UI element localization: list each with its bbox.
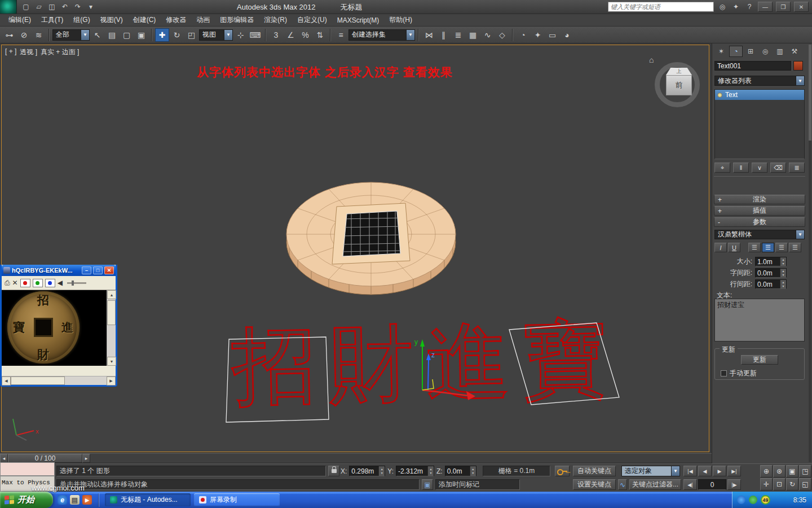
print-icon[interactable]: ⎙ xyxy=(5,279,10,287)
spinner-arrows-icon[interactable]: ▴▾ xyxy=(780,280,786,288)
size-field[interactable]: 1.0m ▴▾ xyxy=(755,257,787,266)
player-restore-button[interactable]: □ xyxy=(93,266,103,274)
menu-modifiers[interactable]: 修改器 xyxy=(161,14,191,27)
restore-button[interactable]: ❐ xyxy=(776,2,791,12)
configure-modifier-sets-icon[interactable]: ≣ xyxy=(789,163,805,173)
internet-explorer-icon[interactable]: e xyxy=(58,495,67,505)
menu-animation[interactable]: 动画 xyxy=(191,14,215,27)
chevron-down-icon[interactable]: ▼ xyxy=(796,76,804,85)
add-time-tag-field[interactable]: 添加时间标记 xyxy=(435,479,520,490)
schematic-view-icon[interactable]: ◇ xyxy=(495,28,509,42)
menu-help[interactable]: 帮助(H) xyxy=(384,14,417,27)
chevron-down-icon[interactable]: ▼ xyxy=(81,30,89,40)
select-and-rotate-icon[interactable]: ↻ xyxy=(170,28,184,42)
key-filters-icon[interactable]: ∿ xyxy=(618,479,627,490)
edit-named-selection-sets-icon[interactable]: ≡ xyxy=(334,28,348,42)
play-button[interactable]: ▶ xyxy=(713,466,726,476)
text-spline-object[interactable]: 招財進寶 xyxy=(231,308,621,417)
menu-group[interactable]: 组(G) xyxy=(68,14,95,27)
player-close-button[interactable]: ✕ xyxy=(104,266,114,274)
scroll-down-icon[interactable]: ▼ xyxy=(107,357,116,366)
scroll-right-icon[interactable]: ▶ xyxy=(107,376,116,386)
set-keys-button[interactable] xyxy=(555,466,570,476)
keyboard-shortcut-override-icon[interactable]: ⌨ xyxy=(248,28,262,42)
kerning-field[interactable]: 0.0m ▴▾ xyxy=(755,268,787,278)
player-horizontal-scrollbar[interactable]: ◀ ▶ xyxy=(2,376,116,385)
player-vertical-scrollbar[interactable]: ▲ ▼ xyxy=(107,290,116,366)
align-center-button[interactable]: ☰ xyxy=(762,243,774,252)
time-tag-icon[interactable]: ▣ xyxy=(422,479,433,490)
spinner-snap-icon[interactable]: ⇅ xyxy=(313,28,327,42)
speaker-icon[interactable]: ◀ xyxy=(58,279,63,287)
viewcube[interactable]: ⌂ 上 前 xyxy=(651,58,705,112)
minimize-button[interactable]: — xyxy=(758,2,773,12)
modifier-list-dropdown[interactable]: 修改器列表 ▼ xyxy=(714,76,805,86)
rollout-parameters[interactable]: - 参数 xyxy=(714,217,805,227)
modifier-stack[interactable]: Text xyxy=(714,89,805,159)
clock[interactable]: 8:35 xyxy=(793,496,806,504)
menu-tools[interactable]: 工具(T) xyxy=(36,14,68,27)
angle-snap-icon[interactable]: ∠ xyxy=(284,28,298,42)
record-blue-button[interactable] xyxy=(45,279,55,287)
align-justify-button[interactable]: ☰ xyxy=(789,243,801,252)
chevron-down-icon[interactable]: ▼ xyxy=(796,230,804,239)
scrollbar-thumb[interactable] xyxy=(107,300,116,325)
render-production-icon[interactable]: ◕ xyxy=(560,28,574,42)
graphite-ribbon-icon[interactable]: ▦ xyxy=(466,28,480,42)
zoom-region-icon[interactable]: ⊡ xyxy=(773,478,785,491)
chevron-down-icon[interactable]: ▼ xyxy=(224,30,232,40)
menu-graph-editors[interactable]: 图形编辑器 xyxy=(215,14,259,27)
named-selection-sets-combo[interactable]: 创建选择集 ▼ xyxy=(348,29,415,41)
align-icon[interactable]: ∥ xyxy=(436,28,451,42)
maximize-viewport-toggle-icon[interactable]: ◱ xyxy=(799,478,811,491)
rollout-rendering[interactable]: + 渲染 xyxy=(714,195,805,204)
make-unique-icon[interactable]: ∨ xyxy=(752,163,767,173)
select-and-link-icon[interactable]: ⊶ xyxy=(2,28,16,42)
bind-to-space-warp-icon[interactable]: ≋ xyxy=(32,28,46,42)
underline-button[interactable]: U xyxy=(728,243,740,252)
object-color-swatch[interactable] xyxy=(793,61,803,71)
show-end-result-icon[interactable]: ‖ xyxy=(733,163,749,173)
record-red-button[interactable] xyxy=(20,279,30,287)
reference-coordinate-combo[interactable]: 视图 ▼ xyxy=(199,29,233,41)
3dsmax-logo-icon[interactable] xyxy=(0,0,17,14)
x-coordinate-field[interactable]: 0.298m ▴▾ xyxy=(349,466,385,476)
layer-manager-icon[interactable]: ≣ xyxy=(451,28,465,42)
track-bar[interactable] xyxy=(90,454,712,463)
help-icon[interactable]: ? xyxy=(744,2,754,12)
zoom-all-icon[interactable]: ⊛ xyxy=(773,465,785,478)
go-to-end-button[interactable]: ▶| xyxy=(727,466,741,476)
tab-utilities-icon[interactable]: ⚒ xyxy=(788,46,801,57)
next-frame-arrow[interactable]: ▸ xyxy=(82,454,90,463)
z-coordinate-field[interactable]: 0.0m ▴▾ xyxy=(445,466,476,476)
player-minimize-button[interactable]: – xyxy=(82,266,91,274)
scrollbar-thumb[interactable] xyxy=(11,376,65,385)
spinner-arrows-icon[interactable]: ▴▾ xyxy=(378,466,385,476)
scrollbar-thumb[interactable] xyxy=(809,45,811,141)
tray-badge[interactable]: 49 xyxy=(761,495,770,505)
search-input[interactable] xyxy=(608,2,714,12)
italic-button[interactable]: I xyxy=(714,243,727,252)
panel-scrollbar[interactable] xyxy=(809,45,811,462)
spinner-arrows-icon[interactable]: ▴▾ xyxy=(470,466,476,476)
snap-toggle-icon[interactable]: 3 xyxy=(269,28,283,42)
stack-item-text[interactable]: Text xyxy=(715,90,804,100)
open-file-icon[interactable]: ▱ xyxy=(33,2,45,12)
render-setup-icon[interactable]: ✦ xyxy=(531,28,545,42)
menu-edit[interactable]: 编辑(E) xyxy=(3,14,36,27)
zoom-extents-icon[interactable]: ▣ xyxy=(786,465,798,478)
save-file-icon[interactable]: ◫ xyxy=(46,2,58,12)
unlink-selection-icon[interactable]: ⊘ xyxy=(17,28,31,42)
player-video-area[interactable]: 招 進 財 寶 xyxy=(2,290,116,366)
rollout-interpolation[interactable]: + 插值 xyxy=(714,206,805,216)
show-desktop-icon[interactable]: ▤ xyxy=(70,495,80,505)
window-crossing-icon[interactable]: ▣ xyxy=(134,28,148,42)
communication-center-icon[interactable]: ◎ xyxy=(717,2,727,12)
tab-modify-icon[interactable]: ◔ xyxy=(729,46,743,57)
previous-frame-button[interactable]: ◀ xyxy=(698,466,712,476)
time-slider-handle[interactable]: 0 / 100 xyxy=(8,454,82,463)
current-frame-field[interactable]: 0 xyxy=(698,479,726,490)
coin-model[interactable] xyxy=(284,178,458,310)
tab-display-icon[interactable]: ▥ xyxy=(773,46,787,57)
undo-icon[interactable]: ↶ xyxy=(59,2,70,12)
